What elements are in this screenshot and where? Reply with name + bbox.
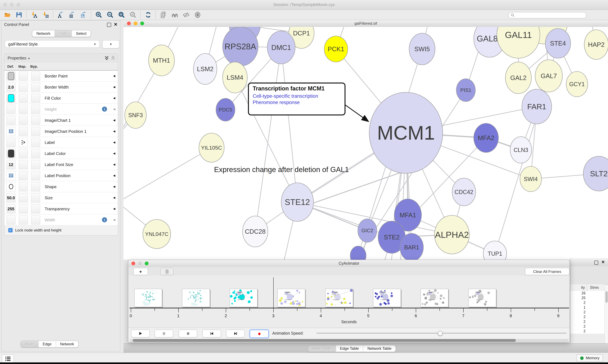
timeline-frame-0[interactable] <box>134 289 162 307</box>
network-node-pis1[interactable]: PIS1 <box>456 79 475 102</box>
zoom-fit-button[interactable] <box>116 11 127 19</box>
expand-row-icon[interactable]: ◀ <box>110 185 118 188</box>
map-value-cell[interactable] <box>19 204 28 213</box>
network-edge[interactable] <box>255 47 281 232</box>
map-value-cell[interactable] <box>19 182 28 191</box>
network-node-snf3[interactable]: SNF3 <box>125 102 146 128</box>
timeline-frame-7[interactable] <box>468 289 496 307</box>
maximize-traffic-light[interactable] <box>16 3 20 7</box>
panel-tab-node-table[interactable]: Node Table <box>308 345 335 352</box>
export-network-button[interactable] <box>55 11 67 19</box>
byp-value-cell[interactable] <box>31 82 40 91</box>
tab-select[interactable]: Select <box>71 30 91 37</box>
network-node-pdc5[interactable]: PDC5 <box>216 98 235 121</box>
network-node-gal7[interactable]: GAL7 <box>535 60 562 92</box>
style-target-tab-network[interactable]: Network <box>55 341 78 347</box>
def-value-cell[interactable]: 255 <box>6 204 15 213</box>
close-panel-icon[interactable]: ✕ <box>601 260 605 264</box>
table-vertical-scrollbar[interactable] <box>605 285 608 343</box>
network-node-far1[interactable]: FAR1 <box>522 89 552 124</box>
network-node-hap2[interactable]: HAP2 <box>584 30 608 59</box>
float-panel-icon[interactable] <box>107 23 111 27</box>
export-image-button[interactable] <box>78 11 89 19</box>
def-value-cell[interactable] <box>6 127 15 136</box>
close-traffic-light[interactable] <box>131 261 135 265</box>
zoom-out-button[interactable] <box>105 11 116 19</box>
byp-value-cell[interactable] <box>31 160 40 169</box>
refresh-button[interactable] <box>142 11 154 19</box>
style-target-tab-node[interactable]: Node <box>21 341 38 347</box>
network-node-yil105c[interactable]: YIL105C <box>199 133 224 162</box>
network-node-cln3[interactable]: CLN3 <box>510 137 532 163</box>
def-value-cell[interactable] <box>6 104 15 114</box>
table-cell-value[interactable]: 1 <box>570 305 605 310</box>
expand-row-icon[interactable]: ◀ <box>110 118 118 122</box>
timeline-frame-5[interactable] <box>373 289 401 307</box>
network-node-cdc42[interactable]: CDC42 <box>452 178 476 206</box>
duplicate-button[interactable] <box>158 11 169 19</box>
scrollbar-thumb[interactable] <box>133 339 516 342</box>
properties-header[interactable]: Properties ▼ <box>4 54 118 63</box>
table-cell-value[interactable]: 2 <box>570 310 605 315</box>
minimize-traffic-light[interactable] <box>138 261 142 265</box>
byp-value-cell[interactable] <box>31 138 40 147</box>
expand-row-icon[interactable]: ◀ <box>110 74 118 78</box>
current-style-dropdown[interactable]: galFiltered Style ▼ <box>5 40 100 48</box>
network-node-dmc1[interactable]: DMC1 <box>267 31 295 64</box>
table-cell-value[interactable]: 2 <box>570 300 605 305</box>
byp-value-cell[interactable] <box>31 204 40 213</box>
def-value-cell[interactable] <box>6 215 15 224</box>
column-header-stress[interactable]: Stres <box>590 285 599 290</box>
network-node-mth1[interactable]: MTH1 <box>149 45 175 76</box>
stop-button[interactable] <box>179 329 197 338</box>
clear-all-frames-button[interactable]: Clear All Frames <box>525 268 569 275</box>
column-header-connectivity[interactable]: ity <box>570 285 585 290</box>
map-value-cell[interactable] <box>19 93 28 103</box>
timeline-playhead[interactable] <box>273 277 274 308</box>
byp-value-cell[interactable] <box>31 104 40 114</box>
slider-thumb[interactable] <box>438 331 443 336</box>
network-node-ste4[interactable]: STE4 <box>545 28 571 58</box>
expand-row-icon[interactable]: ◀ <box>110 174 118 177</box>
byp-value-cell[interactable] <box>31 116 40 125</box>
import-network-button[interactable] <box>28 11 40 19</box>
network-canvas[interactable]: DCP1RPS28ADMC1PCK1SWI5GAL80GAL11STE4HAP2… <box>124 27 608 260</box>
map-value-cell[interactable] <box>19 215 28 224</box>
task-history-button[interactable] <box>2 354 14 363</box>
expand-row-icon[interactable]: ◀ <box>110 107 118 111</box>
def-value-cell[interactable] <box>6 149 15 158</box>
tab-style[interactable]: Style <box>55 30 71 37</box>
network-node-gal11[interactable]: GAL11 <box>497 27 540 58</box>
def-value-cell[interactable]: 12 <box>6 160 15 169</box>
play-button[interactable] <box>131 329 150 338</box>
lock-node-size-checkbox[interactable]: ✓ <box>8 228 13 233</box>
expand-row-icon[interactable]: ◀ <box>110 130 118 133</box>
network-node-gic2[interactable]: GIC2 <box>358 219 377 242</box>
timeline-frame-4[interactable] <box>325 289 353 307</box>
table-cell-value[interactable]: 2 <box>570 315 605 319</box>
skip-end-button[interactable] <box>226 329 245 338</box>
table-cell-value[interactable]: 2 <box>570 319 605 324</box>
search-input[interactable] <box>515 13 579 17</box>
map-value-cell[interactable] <box>19 127 28 136</box>
expand-row-icon[interactable]: ◀ <box>110 163 118 166</box>
maximize-traffic-light[interactable] <box>145 261 149 265</box>
byp-value-cell[interactable] <box>31 215 40 224</box>
panel-tab-edge-table[interactable]: Edge Table <box>335 345 363 352</box>
record-button[interactable] <box>249 329 269 338</box>
table-cell-value[interactable]: 26 <box>570 291 605 296</box>
def-value-cell[interactable] <box>6 171 15 180</box>
network-node-lsm2[interactable]: LSM2 <box>193 53 217 84</box>
expand-row-icon[interactable]: ◀ <box>110 196 118 199</box>
byp-value-cell[interactable] <box>31 71 40 80</box>
byp-value-cell[interactable] <box>31 127 40 136</box>
table-cell-value[interactable]: 25 <box>570 296 605 300</box>
zoom-in-button[interactable] <box>93 11 105 19</box>
network-node-gcy1[interactable]: GCY1 <box>566 71 588 97</box>
float-panel-icon[interactable] <box>594 260 598 265</box>
style-options-button[interactable]: ▼ <box>102 40 119 48</box>
byp-value-cell[interactable] <box>31 171 40 180</box>
collapse-all-icon[interactable] <box>111 56 115 60</box>
byp-value-cell[interactable] <box>31 93 40 103</box>
minimize-traffic-light[interactable] <box>10 3 14 7</box>
